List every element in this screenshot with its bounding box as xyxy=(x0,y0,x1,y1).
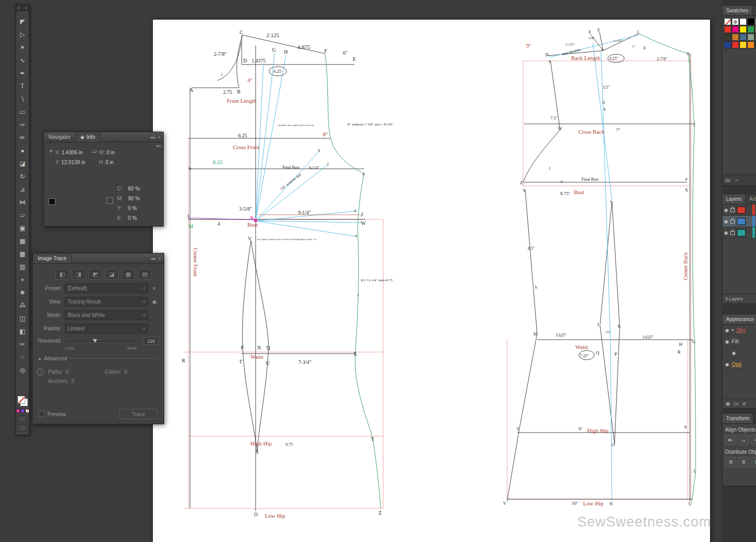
fill-swatch-none[interactable] xyxy=(18,396,25,404)
view-select[interactable]: Tracing Result ▾ xyxy=(65,297,148,307)
appearance-row-stroke[interactable]: ◉ ▾ Stro xyxy=(722,325,756,336)
visibility-icon[interactable]: ◉ xyxy=(724,219,728,224)
visibility-icon[interactable]: ◉ xyxy=(724,230,728,235)
tab-info[interactable]: ◈ Info xyxy=(75,132,100,142)
trace-preset-black-white-icon[interactable]: ▦ xyxy=(121,268,135,280)
stroke-attribute-label[interactable]: Stro xyxy=(736,327,746,333)
swatch[interactable] xyxy=(739,18,747,25)
appearance-row-opacity[interactable]: ◉ Opa xyxy=(722,359,756,370)
close-icon[interactable]: × xyxy=(25,6,27,10)
tab-image-trace[interactable]: Image Trace xyxy=(33,253,72,263)
paintbrush-tool-icon[interactable]: ✑ xyxy=(16,118,29,131)
width-tool-icon[interactable]: ⋈ xyxy=(16,196,29,209)
blob-brush-tool-icon[interactable]: ● xyxy=(16,144,29,157)
preset-menu-icon[interactable]: ≡ xyxy=(150,285,159,291)
rotate-tool-icon[interactable]: ↻ xyxy=(16,170,29,183)
artboard-tool-icon[interactable]: ◧ xyxy=(16,325,29,338)
trace-preset-grayscale-icon[interactable]: ◪ xyxy=(105,268,119,280)
preset-select[interactable]: [Default] ▾ xyxy=(65,283,148,293)
tab-swatches[interactable]: Swatches xyxy=(722,6,752,15)
trace-preset-low-color-icon[interactable]: ◩ xyxy=(88,268,102,280)
appearance-row-fill[interactable]: ◉ Fill: xyxy=(722,336,756,347)
swatch[interactable] xyxy=(732,26,739,33)
swatch[interactable] xyxy=(739,34,747,41)
free-transform-tool-icon[interactable]: ▱ xyxy=(16,209,29,221)
swatch[interactable] xyxy=(732,34,739,41)
eraser-tool-icon[interactable]: ◪ xyxy=(16,157,29,170)
hand-tool-icon[interactable]: ☞ xyxy=(16,350,29,363)
tab-navigator[interactable]: Navigator xyxy=(44,132,75,142)
advanced-disclosure[interactable]: ▸ Advanced xyxy=(39,356,159,361)
eye-icon[interactable]: ◉ xyxy=(725,362,729,367)
pencil-tool-icon[interactable]: ✏ xyxy=(16,131,29,144)
tab-artboards[interactable]: Art xyxy=(746,194,756,204)
distribute-left-icon[interactable]: ≡ xyxy=(725,457,736,467)
screen-mode-button[interactable] xyxy=(18,425,27,432)
lock-icon[interactable] xyxy=(730,220,735,224)
checkbox-icon[interactable] xyxy=(39,411,45,417)
swatch[interactable] xyxy=(747,18,754,25)
symbol-sprayer-tool-icon[interactable]: ⁂ xyxy=(16,299,29,312)
eye-icon[interactable]: ◉ xyxy=(732,350,736,356)
threshold-value[interactable]: 128 xyxy=(144,337,159,345)
pointer-icon[interactable]: ☞ xyxy=(735,178,739,183)
drawing-mode-button[interactable] xyxy=(18,416,27,422)
gradient-button[interactable] xyxy=(21,409,25,413)
tab-transform[interactable]: Transform xyxy=(722,413,753,423)
disclosure-triangle-icon[interactable]: ▾ xyxy=(732,328,734,332)
tab-appearance[interactable]: Appearance xyxy=(722,314,756,324)
layer-row[interactable]: ◉ xyxy=(722,216,756,227)
swatch[interactable] xyxy=(739,41,747,49)
gradient-tool-icon[interactable]: ▥ xyxy=(16,260,29,273)
mode-select[interactable]: Black and White ▾ xyxy=(65,310,148,320)
scale-tool-icon[interactable]: ⊿ xyxy=(16,183,29,196)
effects-icon[interactable]: ƒx xyxy=(734,401,739,406)
none-button[interactable] xyxy=(25,409,29,413)
lock-icon[interactable] xyxy=(730,209,735,212)
expand-panel-icon[interactable]: » xyxy=(18,6,20,10)
align-left-icon[interactable]: ⇤ xyxy=(725,435,736,445)
swatch[interactable] xyxy=(724,26,731,33)
zoom-tool-icon[interactable]: ◎ xyxy=(16,363,29,376)
eyedropper-tool-icon[interactable]: ⌖ xyxy=(16,273,29,286)
panel-grip[interactable]: ⋯⋯ xyxy=(16,11,29,15)
eye-icon[interactable]: ◉ xyxy=(150,299,159,305)
color-button[interactable] xyxy=(16,409,20,413)
swatch[interactable] xyxy=(724,41,731,49)
line-tool-icon[interactable]: ∖ xyxy=(16,92,29,105)
preview-checkbox[interactable]: Preview xyxy=(39,411,66,417)
close-icon[interactable]: × xyxy=(158,135,161,140)
rectangle-tool-icon[interactable]: ▭ xyxy=(16,105,29,118)
selection-tool-icon[interactable]: ◤ xyxy=(16,15,29,28)
collapse-icons-icon[interactable]: ◂◂ xyxy=(150,135,155,140)
trace-preset-outline-icon[interactable]: ▤ xyxy=(138,268,152,280)
magic-wand-tool-icon[interactable]: ✶ xyxy=(16,41,29,54)
eye-icon[interactable]: ◉ xyxy=(725,328,729,333)
close-icon[interactable]: × xyxy=(159,256,161,261)
layer-row[interactable]: ◉ xyxy=(722,204,756,216)
align-right-icon[interactable]: ⇥ xyxy=(751,435,756,445)
trace-button[interactable]: Trace xyxy=(119,409,158,419)
direct-selection-tool-icon[interactable]: ▷ xyxy=(16,28,29,41)
new-stroke-icon[interactable]: ▣ xyxy=(726,401,730,406)
slice-tool-icon[interactable]: ✂ xyxy=(16,338,29,350)
swatch[interactable] xyxy=(732,41,739,49)
tab-brushes[interactable]: B xyxy=(752,6,756,15)
swatch[interactable] xyxy=(747,26,754,33)
fill-stroke-control[interactable] xyxy=(18,396,28,406)
mesh-tool-icon[interactable]: ▩ xyxy=(16,247,29,260)
swatch[interactable] xyxy=(739,26,747,33)
layer-row[interactable]: ◉ xyxy=(722,227,756,238)
threshold-slider[interactable] xyxy=(65,338,139,344)
trace-preset-auto-icon[interactable]: ◧ xyxy=(55,268,69,280)
visibility-icon[interactable]: ◉ xyxy=(724,208,728,213)
column-graph-tool-icon[interactable]: ◫ xyxy=(16,312,29,325)
perspective-grid-tool-icon[interactable]: ▦ xyxy=(16,234,29,247)
palette-select[interactable]: Limited ▾ xyxy=(65,324,148,333)
opacity-attribute-label[interactable]: Opa xyxy=(732,361,742,367)
fill-attribute-label[interactable]: Fill: xyxy=(732,339,740,344)
distribute-center-icon[interactable]: ≡ xyxy=(738,457,749,467)
swatch[interactable]: ⊕ xyxy=(732,18,739,25)
type-tool-icon[interactable]: T xyxy=(16,79,29,92)
swatch[interactable] xyxy=(724,34,731,41)
